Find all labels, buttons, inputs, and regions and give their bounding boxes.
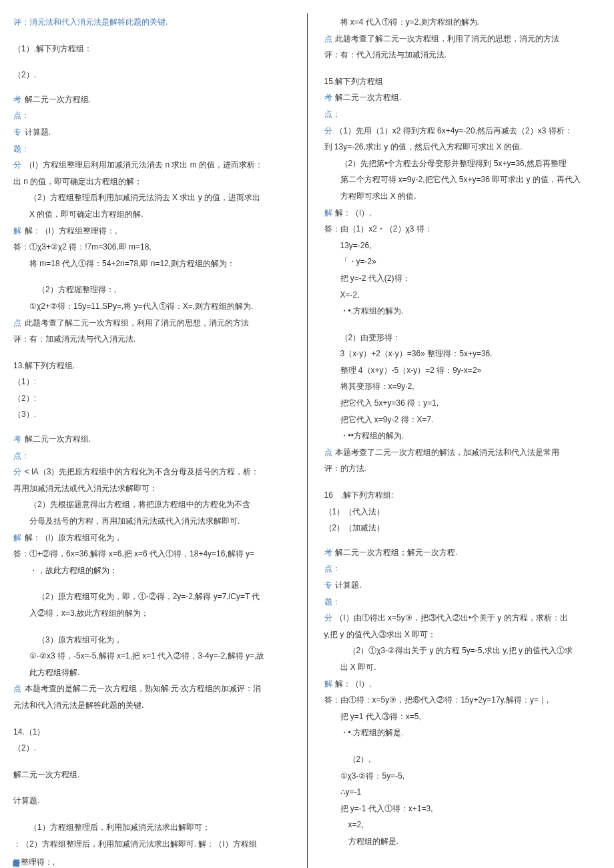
text-line: （2）先把第•个方程去分母变形并整理得到 5x+y=36,然后再整理 [324,157,601,171]
text-line: （2）原方程组可化为，即，①-②得，2y=-2,解得 y=7,lCy=T 代 [13,590,290,604]
dian-line: 点： [13,449,290,464]
text-line: 评：有：代入消元法与加减消元法. [324,48,601,63]
text-line: 整理得：, [21,855,290,868]
text-line: ：（2）方程组整理后，利用加减消元法求出解即可. 解：（I）方程组 [13,837,290,852]
column-divider [307,13,308,868]
kao-line: 考解二元一次方程组. [13,93,290,107]
text-line: 把它代入 5x+y=36 得：y=1, [324,396,601,411]
text-line: 把 y=1 代入③得：x=5, [324,710,601,725]
text-line: （2）. [13,68,290,83]
page: 评：消元法和代入消元法是解答此题的关键. （1）.解下列方程组： （2）. 考解… [13,13,601,868]
dianping-line: 点本题考查的是解二元一次方程组，熟知解:元·次方程组的加减评：消 [13,682,290,697]
text-line: （1）（代入法） [324,505,601,520]
text-line: 把 y=-2 代入(2)得： [324,272,601,286]
text-line: （2）方程组整理后利用加减消元法消去 X 求出 y 的值，进而求出 [13,191,290,205]
text-line: 到 13y=-26,求出 y 的值，然后代入方程即可求出 X 的值. [324,140,601,155]
text-line: （1）方程组整理后，利用加减消元法求出解即可； [13,821,290,835]
fen-line: 分（I）方程组整理后利用加减消元法消去 n 求出 m 的值，进而求析： [13,158,290,173]
text-line: ・，故此方程组的解为； [13,564,290,578]
text-line: X 的值，即可确定出方程组的解. [13,207,290,222]
dianping-line: 点本题考查了二元一次方程组的解法，加减消元法和代入法是常用 [324,446,601,460]
vertical-label: 考点专题分析解答 [13,853,21,868]
jie-line: 解解：（l）, [324,677,601,692]
text-line: （2）先根据题意得出方程组，将把原方程组中的方程化为不含 [13,498,290,512]
text-line: 入②得，x=3,故此方程组的解为； [13,606,290,621]
text-line: 答：由（1）x2・（2）χ3 得： [324,222,601,237]
text-line: （1）: [13,375,290,390]
dian-line: 点： [13,109,290,123]
text-line: ①-②x3 得，-5x=-5,解得 x=1,把 x=1 代入②得，3-4y=-2… [13,649,290,664]
question-title: 15.解下列方程组 [324,75,601,89]
text-line: X=-2, [324,288,601,303]
text-line: 计算题. [13,794,290,809]
zhuan-line: 专计算题. [324,578,601,593]
text-line: 出 X 即可. [324,661,601,675]
text-line: ・••方程组的解为. [324,429,601,444]
text-line: 解二元一次方程组. [13,768,290,783]
text-line: （3）. [13,408,290,422]
ti-line: 题： [13,142,290,157]
jie-line: 解解：（l）, [324,206,601,221]
text-line: 方程即可求出 X 的值. [324,189,601,204]
fen-line: 分（I）由①得出 x=5y③，把③代入②出•个关于 y 的方程，求析：出 [324,611,601,626]
text-line: x=2, [324,818,601,833]
text-line: 再用加减消元法或代入消元法求解即可； [13,482,290,496]
fen-line: 分< lA（3）先把原方程组中的方程化为不含分母及括号的方程，析： [13,465,290,480]
text-line: 分母及括号的方程，再用加减消元法或代入消元法求解即可. [13,514,290,529]
text-line: 将其变形得：x=9y·2, [324,380,601,394]
text-line: 答：由①得：x=5y③，把⑥代入②得：15y+2y=17y,解得：y=｜, [324,693,601,708]
dian-line: 点： [324,562,601,576]
text-line: 整理 4（x+y）-5（x-y）=2 得：9y-x=2» [324,364,601,378]
text-line: ①χ3-②得：5y=-5, [324,769,601,784]
text-line: （1）.解下列方程组： [13,42,290,57]
text-line: （2）. [13,741,290,756]
ti-line: 题： [324,595,601,610]
jie-line: 解解：（l）原方程组可化为， [13,531,290,546]
question-title: 14.（1） [13,725,290,740]
right-column: 将 x=4 代入①得：y=2,则方程组的解为. 点此题考查了解二元一次方程组，利… [324,13,601,868]
text-line: 评：的方法. [324,462,601,476]
text-line: （2）, [324,753,601,767]
text-line: （2）（加减法） [324,521,601,536]
question-title: 16 .解下列方程组: [324,488,601,503]
dianping-line: 点此题考查了解二元一次方程组，利用了消元的思想，消元的方法 [324,32,601,47]
dianping-line: 点此题考查了解二元一次方程组，利用了消元的思想，消元的方法 [13,316,290,331]
question-title: 13.解下列方程组. [13,359,290,374]
text-line: 将 m=18 代入①得：54+2n=78,即 n=12,则方程组的解为： [13,257,290,272]
kao-line: 考解二元一次方程组. [13,432,290,447]
jie-line: 解解：（I）方程组整理得：, [13,224,290,239]
text-line: 此方程组得解. [13,666,290,681]
text-line: 答：①χ3+②χ2 得：!7m=306,即 m=18, [13,240,290,255]
text-line: 答：①+②得，6x=36,解得 x=6,把 x=6 代入①得，18+4y=16,… [13,547,290,562]
text-line: ・•.方程组的解是. [324,726,601,741]
text-line: 把它代入 x=9y-2 得：X=7. [324,413,601,428]
dian-line: 点： [324,107,601,122]
text-line: 3（x-y）+2（x-y）=36» 整理得：5x+y=36. [324,347,601,362]
text-line: 出 n 的值，即可确定出方程组的解； [13,175,290,189]
text-line: 元法和代入消元法是解答此题的关键. [13,699,290,713]
text-line: （2）①χ3-②得出关于 y 的方程 5y=-5,求出 y,把 y 的值代入①求 [324,644,601,659]
fen-line: 分（1）先用（1）x2 得到方程 6x+4y=-20,然后再减去（2）x3 得析… [324,124,601,139]
text-line: 把 y=-1 代入①得：x+1=3, [324,802,601,817]
text-line: 「・y=-2» [324,255,601,270]
text-line: ①χ2+②得：15y=11,SPy=,将 y=代入①得：X=,则方程组的解为. [13,300,290,314]
zhuan-line: 专计算题. [13,125,290,140]
text-line: y,把 y 的值代入③求出 X 即可； [324,628,601,642]
label: 评：消元法和代入消元法是解答此题的关键. [13,17,168,27]
text-line: 13y=-26, [324,239,601,254]
text-line: ∴y=-1 [324,785,601,800]
text-line: （2）方程堀整理得：, [13,283,290,298]
text-line: 评：消元法和代入消元法是解答此题的关键. [13,15,290,30]
text-line: 第二个方程可得 x=9y-2,把它代入 5x+y=36 即可求出 y 的值，再代… [324,173,601,187]
text-line: 方程组的解是. [324,835,601,849]
text-line: 将 x=4 代入①得：y=2,则方程组的解为. [324,15,601,30]
kao-line: 考解二元一次方程组. [324,91,601,105]
text-line: ・•.方程组的解为. [324,304,601,319]
left-column: 评：消元法和代入消元法是解答此题的关键. （1）.解下列方程组： （2）. 考解… [13,13,290,868]
text-line: （3）原方程组可化为， [13,633,290,648]
text-line: （2）: [13,392,290,406]
text-line: 评：有：加减消元法与代入消元法. [13,332,290,347]
kao-line: 考解二元一次方程组；解元一次方程. [324,546,601,560]
text-line: （2）由变形得： [324,331,601,346]
